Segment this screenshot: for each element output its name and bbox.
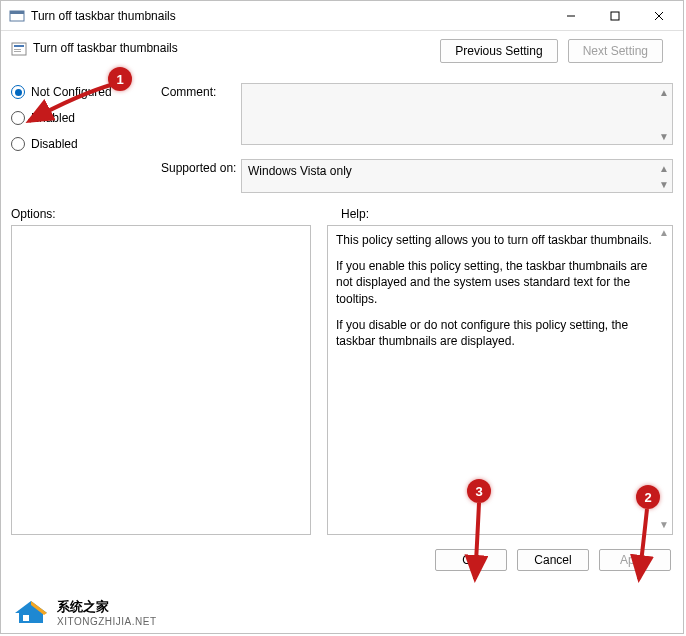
panels-row: This policy setting allows you to turn o… xyxy=(1,225,683,543)
dialog-button-row: OK Cancel Apply xyxy=(1,543,683,577)
svg-rect-9 xyxy=(14,51,21,52)
help-scrollbar: ▲ ▼ xyxy=(656,226,672,534)
maximize-button[interactable] xyxy=(593,2,637,30)
policy-header: Turn off taskbar thumbnails Previous Set… xyxy=(1,31,683,67)
app-icon xyxy=(9,8,25,24)
previous-setting-button[interactable]: Previous Setting xyxy=(440,39,557,63)
comment-label: Comment: xyxy=(161,83,241,99)
options-label: Options: xyxy=(11,207,311,221)
comment-textarea[interactable]: ▲ ▼ xyxy=(241,83,673,145)
nav-buttons: Previous Setting Next Setting xyxy=(440,39,673,63)
watermark-name: 系统之家 xyxy=(57,598,157,616)
help-panel: This policy setting allows you to turn o… xyxy=(327,225,673,535)
scroll-up-icon[interactable]: ▲ xyxy=(656,84,672,100)
radio-label: Disabled xyxy=(31,137,78,151)
scroll-down-icon[interactable]: ▼ xyxy=(656,128,672,144)
radio-indicator-icon xyxy=(11,137,25,151)
supported-on-label: Supported on: xyxy=(161,159,241,175)
svg-rect-10 xyxy=(23,615,29,621)
svg-rect-8 xyxy=(14,49,21,50)
watermark-logo-icon xyxy=(11,597,51,627)
scroll-up-icon[interactable]: ▲ xyxy=(656,226,672,242)
help-paragraph: This policy setting allows you to turn o… xyxy=(336,232,652,248)
svg-rect-1 xyxy=(10,11,24,14)
comment-scroll: ▲ ▼ xyxy=(656,84,672,144)
help-label: Help: xyxy=(341,207,673,221)
window-title: Turn off taskbar thumbnails xyxy=(31,9,549,23)
scroll-up-icon[interactable]: ▲ xyxy=(656,160,672,176)
scroll-down-icon[interactable]: ▼ xyxy=(656,176,672,192)
annotation-badge-1: 1 xyxy=(108,67,132,91)
section-labels-row: Options: Help: xyxy=(1,193,683,225)
minimize-button[interactable] xyxy=(549,2,593,30)
annotation-badge-3: 3 xyxy=(467,479,491,503)
help-paragraph: If you disable or do not configure this … xyxy=(336,317,652,349)
options-panel xyxy=(11,225,311,535)
close-button[interactable] xyxy=(637,2,681,30)
radio-disabled[interactable]: Disabled xyxy=(11,137,161,151)
annotation-badge-2: 2 xyxy=(636,485,660,509)
watermark-text: 系统之家 XITONGZHIJIA.NET xyxy=(57,598,157,627)
policy-editor-window: Turn off taskbar thumbnails Turn off tas… xyxy=(0,0,684,634)
supported-scroll: ▲ ▼ xyxy=(656,160,672,192)
help-paragraph: If you enable this policy setting, the t… xyxy=(336,258,652,307)
svg-rect-3 xyxy=(611,12,619,20)
svg-rect-7 xyxy=(14,45,24,47)
window-controls xyxy=(549,2,681,30)
titlebar: Turn off taskbar thumbnails xyxy=(1,1,683,31)
annotation-arrow-1 xyxy=(19,79,119,139)
policy-name: Turn off taskbar thumbnails xyxy=(33,39,178,55)
cancel-button[interactable]: Cancel xyxy=(517,549,589,571)
fields-grid: Comment: ▲ ▼ Supported on: Windows Vista… xyxy=(161,83,673,193)
annotation-arrow-3 xyxy=(457,501,497,587)
annotation-arrow-2 xyxy=(625,507,665,587)
supported-on-value: Windows Vista only xyxy=(248,164,352,178)
watermark-domain: XITONGZHIJIA.NET xyxy=(57,616,157,627)
policy-icon xyxy=(11,41,27,57)
next-setting-button[interactable]: Next Setting xyxy=(568,39,663,63)
supported-on-box: Windows Vista only ▲ ▼ xyxy=(241,159,673,193)
watermark: 系统之家 XITONGZHIJIA.NET xyxy=(11,597,157,627)
